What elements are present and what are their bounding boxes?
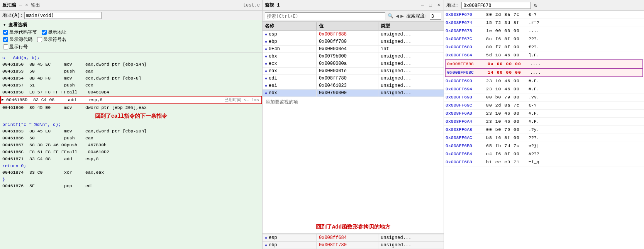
watch-row-eax[interactable]: ◆ eax 0x0000001e unsigned...: [263, 68, 444, 75]
table-row: 00461863 8B 45 E0 mov eax,dword ptr [ebp…: [0, 128, 262, 135]
watch-row-0e4h[interactable]: ◆ 0E4h 0x000000e4 int: [263, 46, 444, 53]
watch-cell-type-ecx: unsigned...: [378, 60, 444, 67]
disassembly-toolbar: 反汇编 — × 输出 test.c: [0, 0, 262, 11]
option-show-symbols[interactable]: 显示符号名: [37, 36, 66, 43]
disassembly-tab-close[interactable]: ×: [25, 3, 28, 8]
option-show-address[interactable]: 显示地址: [42, 29, 66, 36]
watch-close-btn[interactable]: ×: [436, 3, 441, 8]
watch-cell-value-esi: 0x00461023: [317, 82, 378, 89]
watch-cell-type-ebx: unsigned...: [378, 53, 444, 60]
watch-cell-type-eax: unsigned...: [378, 68, 444, 75]
col-value-header: 值: [317, 22, 378, 30]
watch-icon: ◆: [265, 32, 267, 37]
table-row: 00461860 89 45 E0 mov dword ptr [ebp-20h…: [0, 104, 262, 111]
next-arrow[interactable]: ▶: [400, 13, 403, 19]
watch-cell-type-bottom-esp: unsigned...: [378, 234, 444, 241]
watch-title: 监视 1: [265, 2, 417, 8]
watch-bottom-row-ebp[interactable]: ◆ ebp 0x008ff780 unsigned...: [263, 242, 444, 249]
memory-row-674: 0x008FF674 15 72 3d 8f .r=?: [444, 19, 644, 27]
watch-cell-name: ◆ esp: [263, 31, 317, 38]
disassembly-tab-separator: —: [19, 3, 22, 8]
memory-row-678: 0x008FF678 1e 00 00 00 ....: [444, 27, 644, 35]
watch-row-ebp[interactable]: ◆ ebp 0x008ff780 unsigned...: [263, 38, 444, 46]
memory-row-684: 0x008FF684 5d 18 46 00 ].F.: [444, 51, 644, 59]
address-input[interactable]: [24, 12, 102, 19]
watch-add-row[interactable]: 添加要监视的项: [263, 97, 444, 107]
option-show-code-bytes[interactable]: 显示代码字节: [3, 29, 37, 36]
watch-minimize-btn[interactable]: —: [420, 3, 425, 8]
memory-row-67c: 0x008FF67C 8c f6 8f 00 ???.: [444, 35, 644, 43]
watch-icon: ◆: [265, 61, 267, 66]
options-row-2: 显示源代码 显示符号名: [3, 36, 259, 43]
watch-cell-value-esp: 0x008ff688: [317, 31, 378, 38]
watch-cell-name: ◆ eax: [263, 68, 317, 75]
watch-cell-value-bottom-esp: 0x008ff684: [317, 234, 378, 241]
watch-row-esp[interactable]: ◆ esp 0x008ff688 unsigned...: [263, 31, 444, 38]
watch-cell-value-edi: 0x008ff780: [317, 75, 378, 82]
watch-icon: ◆: [265, 54, 267, 59]
table-row: 00461871 83 C4 08 add esp,8: [0, 156, 262, 163]
memory-refresh-btn[interactable]: ↻: [534, 2, 537, 8]
watch-toolbar: 监视 1 — □ ×: [263, 0, 444, 11]
table-row: 0046186C E8 61 F8 FF FF call 004610D2: [0, 149, 262, 156]
search-depth-input[interactable]: [430, 13, 441, 20]
memory-address-input[interactable]: [461, 2, 531, 9]
watch-cell-value-ebp: 0x008ff780: [317, 38, 378, 45]
watch-cell-type-esi: unsigned...: [378, 82, 444, 89]
address-label: 地址(A):: [2, 12, 23, 19]
memory-row-6b0: 0x008FF6B0 65 fb 7d 7c e?}|: [444, 142, 644, 150]
annotation-add-params: 回到了Add函数形参拷贝的地方: [263, 212, 444, 234]
watch-cell-name: ◆ ebp: [263, 242, 317, 249]
watch-table-header: 名称 值 类型: [263, 22, 444, 31]
memory-row-680: 0x008FF680 80 f7 8f 00 €??.: [444, 43, 644, 51]
output-tab[interactable]: 输出: [31, 2, 40, 8]
watch-cell-name: ◆ esi: [263, 82, 317, 89]
nav-arrows: ◀ ▶: [396, 13, 404, 19]
watch-icon: ◆: [265, 91, 267, 95]
memory-row-694: 0x008FF694 23 10 46 00 #.F.: [444, 85, 644, 93]
options-title[interactable]: ▾ 查看选项: [3, 22, 259, 28]
watch-row-edi[interactable]: ◆ edi 0x008ff780 unsigned...: [263, 75, 444, 82]
memory-row-670: 0x008FF670 80 2d 8a 7c €-?: [444, 11, 644, 19]
watch-row-ebx[interactable]: ◆ ebx 0x0079b000 unsigned...: [263, 53, 444, 60]
memory-row-6a4: 0x008FF6A4 23 10 46 00 #.F.: [444, 118, 644, 126]
memory-address-label: 地址:: [446, 2, 458, 8]
memory-row-69c: 0x008FF69C 80 2d 8a 7c €-?: [444, 102, 644, 110]
memory-panel: 地址: ↻ 0x008FF670 80 2d 8a 7c €-? 0x008FF…: [444, 0, 644, 249]
option-show-lines[interactable]: 显示行号: [3, 44, 28, 50]
table-row: 00461854 8B 4D F8 mov ecx,dword ptr [ebp…: [0, 75, 262, 82]
memory-row-68c: 0x008FF68C 14 00 00 00 ....: [445, 69, 643, 77]
watch-row-ebx2[interactable]: ◆ ebx 0x0079b000 unsigned...: [263, 90, 444, 97]
source-line-1: c = Add(a, b);: [0, 54, 262, 61]
table-row: 00461853 50 push eax: [0, 68, 262, 75]
watch-cell-name: ◆ 0E4h: [263, 46, 317, 53]
memory-row-6b4: 0x008FF6B4 c4 f6 8f 00 Ä???: [444, 150, 644, 158]
prev-arrow[interactable]: ◀: [396, 13, 399, 19]
option-show-source[interactable]: 显示源代码: [3, 36, 32, 43]
watch-cell-name: ◆ esp: [263, 234, 317, 241]
watch-cell-type-esp: unsigned...: [378, 31, 444, 38]
watch-cell-type-edi: unsigned...: [378, 75, 444, 82]
watch-icon: ◆: [265, 69, 267, 73]
watch-row-ecx[interactable]: ◆ ecx 0x0000000a unsigned...: [263, 60, 444, 68]
source-line-3: return 0;: [0, 163, 262, 169]
table-row: 00461876 5F pop edi: [0, 183, 262, 190]
watch-maximize-btn[interactable]: □: [428, 3, 433, 8]
watch-cell-value-ecx: 0x0000000a: [317, 60, 378, 67]
search-input[interactable]: [265, 12, 385, 20]
annotation-call: 回到了call指令的下一条指令: [0, 111, 262, 121]
watch-row-esi[interactable]: ◆ esi 0x00461023 unsigned...: [263, 82, 444, 90]
watch-cell-name: ◆ ebp: [263, 38, 317, 45]
watch-icon: ◆: [265, 235, 267, 240]
watch-cell-type-0e4h: int: [378, 46, 444, 53]
watch-bottom-row-esp[interactable]: ◆ esp 0x008ff684 unsigned...: [263, 234, 444, 242]
watch-cell-value-eax: 0x0000001e: [317, 68, 378, 75]
watch-cell-name: ◆ ebx: [263, 53, 317, 60]
table-row: 00461866 50 push eax: [0, 135, 262, 142]
disassembly-content: c = Add(a, b); 00461850 8B 45 EC mov eax…: [0, 53, 262, 249]
memory-row-698: 0x008FF698 00 b0 79 00 .?y.: [444, 93, 644, 102]
table-row: 00461850 8B 45 EC mov eax,dword ptr [ebp…: [0, 61, 262, 68]
watch-table: 名称 值 类型 ◆ esp 0x008ff688 unsigned... ◆ e…: [263, 22, 444, 212]
disassembly-tab[interactable]: 反汇编: [2, 2, 16, 8]
watch-cell-value-0e4h: 0x000000e4: [317, 46, 378, 53]
